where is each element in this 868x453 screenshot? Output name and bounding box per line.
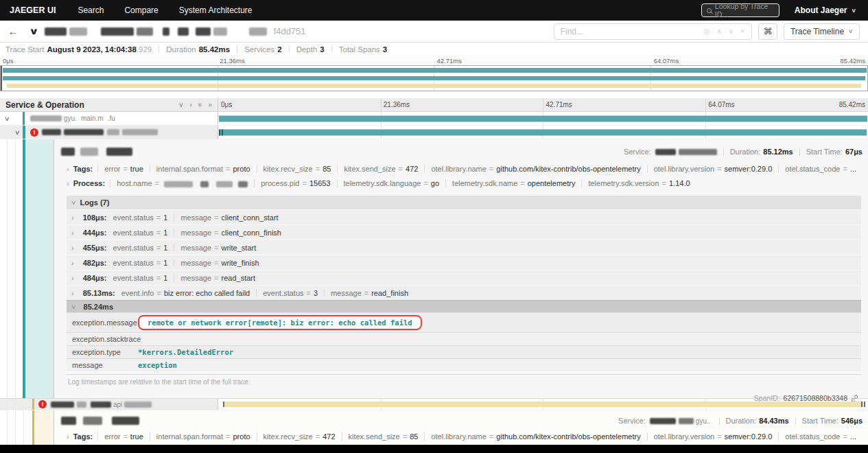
find-match-focus-icon[interactable]: ◎ [704, 27, 710, 35]
kv-value: remote or network error[remote]: biz err… [148, 318, 412, 327]
tag-pill[interactable]: kitex.recv_size=472 [257, 432, 342, 441]
minimap-span-bar [7, 84, 861, 88]
exception-table: exception.message remote or network erro… [67, 312, 861, 371]
jaeger-trace-page: JAEGER UI Search Compare System Architec… [0, 0, 868, 453]
tag-pill[interactable]: otel.library.name=github.com/kitex-contr… [424, 165, 646, 173]
redacted-text [91, 402, 111, 408]
chevron-down-icon[interactable]: ∨ [14, 129, 21, 136]
redacted-text [216, 181, 233, 187]
back-arrow-icon: ← [8, 25, 19, 37]
chevron-right-icon: › [71, 289, 74, 297]
log-entry[interactable]: › 482μs: event.status=1 message=write_fi… [67, 255, 861, 270]
chevron-down-icon[interactable]: ∨ [4, 115, 10, 122]
redacted-text [196, 27, 211, 36]
find-input[interactable]: Find... [554, 27, 697, 36]
span-bar[interactable] [219, 129, 867, 135]
redacted-text [42, 129, 61, 135]
tag-pill[interactable]: kitex.send_size=472 [337, 165, 424, 173]
span-row-child[interactable]: ! api [0, 398, 868, 410]
timeline-tick: 42.71ms [546, 101, 572, 108]
redacted-text [679, 149, 717, 155]
process-pill[interactable]: telemetry.sdk.language=go [337, 179, 446, 187]
logs-section: ∨ Logs (7) › 108μs: event.status=1 messa… [67, 196, 861, 389]
chevron-right-icon: › [71, 213, 74, 222]
tag-pill[interactable]: kitex.send_size=85 [342, 432, 425, 441]
span-row-selected[interactable]: ∨ ! [0, 126, 868, 139]
expand-one-icon[interactable]: › [190, 101, 192, 108]
redacted-text [101, 27, 134, 36]
redacted-text [238, 181, 248, 187]
span-bar[interactable] [219, 115, 867, 121]
log-entry[interactable]: › 108μs: event.status=1 message=client_c… [67, 209, 861, 224]
timeline-tick: 85.42ms [839, 101, 865, 108]
log-entry[interactable]: › 455μs: event.status=1 message=write_st… [67, 240, 861, 255]
chevron-right-icon: › [67, 179, 69, 187]
log-entry[interactable]: › 484μs: event.status=1 message=read_sta… [67, 270, 861, 285]
span-bar[interactable] [223, 402, 864, 407]
logs-header[interactable]: ∨ Logs (7) [67, 196, 861, 209]
find-prev-icon[interactable]: ∧ [716, 27, 721, 35]
process-pill[interactable]: process.pid=15653 [254, 179, 336, 187]
tags-row[interactable]: › Tags: error=true internal.span.format=… [67, 163, 863, 175]
minimap-tick: 85.42ms [841, 57, 865, 65]
back-button[interactable]: ← [0, 21, 26, 42]
redacted-text [163, 27, 169, 36]
error-icon: ! [30, 128, 38, 137]
process-pill[interactable]: telemetry.sdk.version=1.14.0 [581, 179, 696, 187]
redacted-text [64, 129, 104, 135]
minimap-range-selector[interactable] [0, 65, 868, 91]
find-group: Find... ◎ ∧ ∨ × [554, 23, 752, 40]
redacted-text [164, 181, 193, 187]
tag-pill[interactable]: error=true [97, 165, 150, 173]
trace-title[interactable]: f4dd751 [45, 26, 306, 36]
redacted-text [213, 27, 227, 36]
find-next-icon[interactable]: ∨ [729, 27, 734, 35]
collapse-one-icon[interactable]: ∨ [178, 101, 183, 108]
span-tick [219, 129, 220, 135]
find-clear-icon[interactable]: × [740, 27, 744, 35]
tags-row[interactable]: › Tags: error=true internal.span.format=… [67, 430, 863, 443]
top-navbar: JAEGER UI Search Compare System Architec… [0, 0, 868, 21]
tag-pill[interactable]: error=true [97, 432, 150, 441]
tag-pill[interactable]: otel.library.version=semver:0.29.0 [647, 432, 779, 441]
about-jaeger-menu[interactable]: About Jaeger ∨ [795, 5, 856, 15]
trace-start-label: Trace Start [5, 45, 44, 54]
nav-item-compare[interactable]: Compare [124, 5, 158, 15]
tag-pill[interactable]: otel.status_code=... [778, 432, 863, 441]
expanded-log-header[interactable]: ∨ 85.24ms [67, 300, 861, 312]
chevron-down-icon: ∨ [848, 28, 854, 34]
redacted-text [122, 129, 158, 135]
trace-start-value: August 9 2023, 14:04:38 [47, 45, 136, 54]
tag-pill[interactable]: otel.library.version=semver:0.29.0 [647, 165, 779, 173]
process-pill[interactable]: host.name= [110, 179, 254, 187]
expand-all-icon[interactable]: » [208, 101, 212, 108]
duration-value: 85.42ms [199, 45, 230, 54]
trace-title-chevron-icon[interactable]: ∨ [29, 26, 39, 36]
app-logo[interactable]: JAEGER UI [10, 5, 56, 15]
keyboard-shortcuts-button[interactable]: ⌘ [758, 23, 777, 40]
nav-item-search[interactable]: Search [78, 5, 104, 15]
tag-pill[interactable]: otel.status_code=... [778, 165, 863, 173]
redacted-text [106, 148, 132, 156]
service-name-fragment: gyu.. [696, 417, 711, 425]
log-entry[interactable]: › 444μs: event.status=1 message=client_c… [67, 224, 861, 240]
process-row[interactable]: › Process: host.name= process.pid=15653 … [67, 177, 863, 189]
redacted-text [69, 27, 87, 36]
nav-item-system-architecture[interactable]: System Architecture [179, 5, 253, 15]
minimap-tick-labels: 0μs 21.36ms 42.71ms 64.07ms 85.42ms [0, 56, 868, 65]
redacted-text [51, 402, 74, 408]
trace-id-lookup-input[interactable]: Lookup by Trace ID... [701, 3, 779, 17]
tag-pill[interactable]: otel.library.name=github.com/kitex-contr… [424, 432, 646, 441]
total-spans-value: 3 [383, 45, 387, 54]
log-entry[interactable]: › 85.13ms: event.info=biz error: echo ca… [67, 285, 861, 300]
tag-pill[interactable]: kitex.recv_size=85 [257, 165, 338, 173]
total-spans-label: Total Spans [339, 45, 380, 54]
service-label: Service: [624, 148, 651, 156]
process-pill[interactable]: telemetry.sdk.name=opentelemetry [445, 179, 581, 187]
tag-pill[interactable]: internal.span.format=proto [150, 165, 257, 173]
tag-pill[interactable]: internal.span.format=proto [150, 432, 257, 441]
trace-view-selector[interactable]: Trace Timeline ∨ [784, 23, 860, 40]
depth-label: Depth [296, 45, 318, 54]
collapse-all-icon[interactable]: » [196, 103, 204, 107]
span-row-root[interactable]: ∨ gyu. main.m .fu [0, 112, 868, 126]
